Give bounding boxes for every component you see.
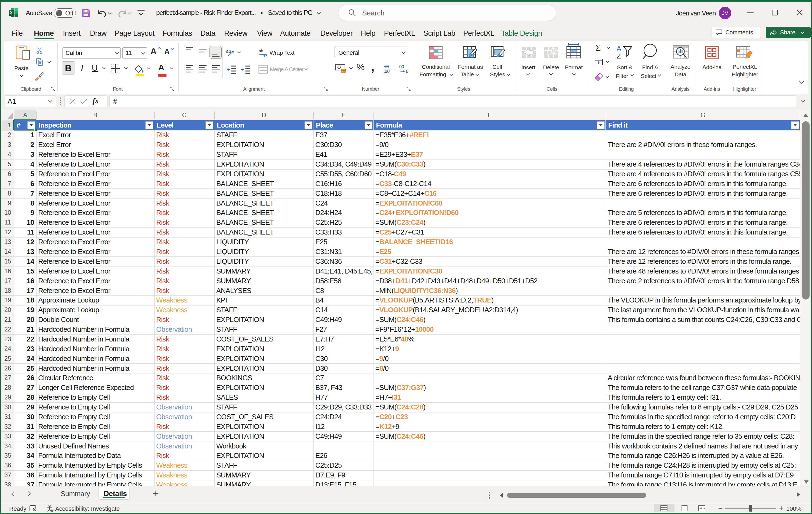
svg-text:X: X	[10, 10, 13, 15]
svg-text:ab: ab	[226, 49, 231, 54]
svg-text:.00: .00	[383, 69, 389, 74]
svg-text:0: 0	[406, 69, 408, 74]
svg-text:A: A	[616, 45, 621, 53]
svg-text:.00: .00	[398, 64, 404, 69]
svg-text:ab: ab	[259, 49, 263, 53]
svg-text:Z: Z	[616, 52, 621, 60]
